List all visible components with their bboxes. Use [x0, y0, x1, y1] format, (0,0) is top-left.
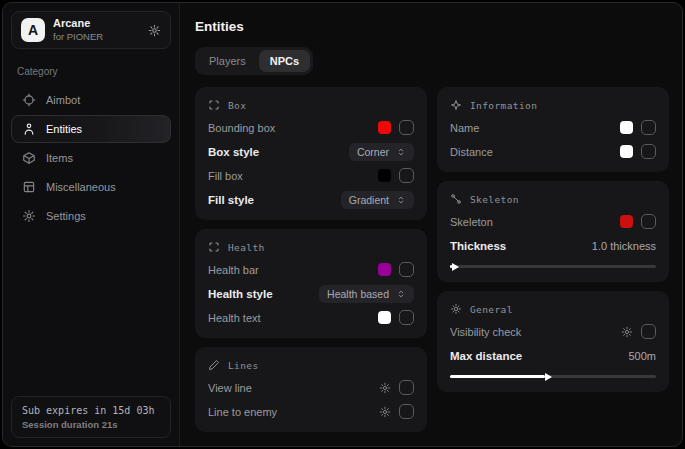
card-health-header: Health: [208, 239, 414, 255]
corner-brackets-icon: [208, 241, 220, 253]
select-value: Gradient: [349, 194, 389, 206]
row-label: Visibility check: [450, 326, 521, 338]
max-distance-value: 500m: [628, 350, 656, 362]
logo-letter: A: [28, 22, 38, 38]
visibility-check-checkbox[interactable]: [641, 324, 656, 339]
brand-text: Arcane for PIONER: [53, 17, 103, 43]
thickness-slider[interactable]: [450, 262, 656, 271]
health-style-select[interactable]: Health based: [319, 285, 414, 303]
skeleton-color-swatch[interactable]: [620, 215, 633, 228]
row-label: Thickness: [450, 240, 506, 252]
grid-icon: [22, 180, 36, 194]
app-name: Arcane: [53, 17, 103, 31]
sidebar-item-label: Miscellaneous: [46, 181, 116, 193]
sidebar-item-settings[interactable]: Settings: [11, 202, 171, 230]
page-title: Entities: [195, 19, 669, 34]
line-to-enemy-row: Line to enemy: [208, 402, 414, 421]
distance-checkbox[interactable]: [641, 144, 656, 159]
health-bar-color-swatch[interactable]: [378, 263, 391, 276]
card-lines: Lines View line Line to enemy: [195, 347, 427, 432]
sun-icon: [450, 303, 462, 315]
sidebar-item-miscellaneous[interactable]: Miscellaneous: [11, 173, 171, 201]
card-box: Box Bounding box Box style Corner: [195, 87, 427, 220]
left-column: Box Bounding box Box style Corner: [195, 87, 427, 432]
unfold-icon: [396, 147, 406, 157]
right-column: Information Name Distance: [437, 87, 669, 392]
tab-npcs[interactable]: NPCs: [259, 50, 310, 72]
row-label: Name: [450, 122, 479, 134]
person-icon: [22, 122, 36, 136]
skeleton-row: Skeleton: [450, 212, 656, 231]
thickness-row: Thickness 1.0 thickness: [450, 236, 656, 255]
card-title: Information: [470, 100, 537, 111]
view-line-checkbox[interactable]: [399, 380, 414, 395]
card-title: Skeleton: [470, 194, 519, 205]
slider-handle[interactable]: [452, 263, 459, 271]
box-style-row: Box style Corner: [208, 142, 414, 161]
max-distance-row: Max distance 500m: [450, 346, 656, 365]
health-text-checkbox[interactable]: [399, 310, 414, 325]
view-line-row: View line: [208, 378, 414, 397]
card-title: Health: [228, 242, 265, 253]
sidebar-item-entities[interactable]: Entities: [11, 115, 171, 143]
cards-columns: Box Bounding box Box style Corner: [195, 87, 669, 432]
card-information: Information Name Distance: [437, 87, 669, 172]
corner-brackets-icon: [208, 99, 220, 111]
skeleton-checkbox[interactable]: [641, 214, 656, 229]
fill-style-row: Fill style Gradient: [208, 190, 414, 209]
sidebar-item-items[interactable]: Items: [11, 144, 171, 172]
fill-box-checkbox[interactable]: [399, 168, 414, 183]
row-label: Distance: [450, 146, 493, 158]
row-label: Bounding box: [208, 122, 275, 134]
sidebar-item-label: Aimbot: [46, 94, 80, 106]
tab-players[interactable]: Players: [198, 50, 257, 72]
max-distance-slider[interactable]: [450, 372, 656, 381]
row-label: Health text: [208, 312, 261, 324]
name-checkbox[interactable]: [641, 120, 656, 135]
health-bar-checkbox[interactable]: [399, 262, 414, 277]
sidebar-item-aimbot[interactable]: Aimbot: [11, 86, 171, 114]
card-title: General: [470, 304, 513, 315]
name-color-swatch[interactable]: [620, 121, 633, 134]
line-to-enemy-checkbox[interactable]: [399, 404, 414, 419]
gear-icon: [22, 209, 36, 223]
card-title: Box: [228, 100, 246, 111]
fill-box-row: Fill box: [208, 166, 414, 185]
fill-style-select[interactable]: Gradient: [341, 191, 414, 209]
select-value: Corner: [357, 146, 389, 158]
crosshair-icon: [22, 93, 36, 107]
fill-box-color-swatch[interactable]: [378, 169, 391, 182]
brand-settings-gear-icon[interactable]: [148, 24, 161, 37]
sparkle-icon: [450, 99, 462, 111]
bounding-box-row: Bounding box: [208, 118, 414, 137]
name-row: Name: [450, 118, 656, 137]
app-subtitle: for PIONER: [53, 31, 103, 43]
line-to-enemy-settings-icon[interactable]: [379, 406, 391, 418]
view-line-settings-icon[interactable]: [379, 382, 391, 394]
card-title: Lines: [228, 360, 259, 371]
bone-icon: [450, 193, 462, 205]
health-bar-row: Health bar: [208, 260, 414, 279]
slider-track: [450, 375, 656, 378]
row-label: Fill style: [208, 194, 254, 206]
card-general: General Visibility check Max distance 50…: [437, 291, 669, 392]
unfold-icon: [396, 195, 406, 205]
sidebar-item-label: Items: [46, 152, 73, 164]
distance-row: Distance: [450, 142, 656, 161]
row-label: Max distance: [450, 350, 522, 362]
card-general-header: General: [450, 301, 656, 317]
row-label: Skeleton: [450, 216, 493, 228]
distance-color-swatch[interactable]: [620, 145, 633, 158]
health-text-color-swatch[interactable]: [378, 311, 391, 324]
visibility-check-row: Visibility check: [450, 322, 656, 341]
sidebar: A Arcane for PIONER Category Aimbot Enti…: [3, 3, 180, 446]
box-style-select[interactable]: Corner: [349, 143, 414, 161]
visibility-check-settings-icon[interactable]: [621, 326, 633, 338]
card-skeleton: Skeleton Skeleton Thickness 1.0 thicknes…: [437, 181, 669, 282]
slider-handle[interactable]: [545, 373, 552, 381]
slider-track: [450, 265, 656, 268]
bounding-box-color-swatch[interactable]: [378, 121, 391, 134]
health-style-row: Health style Health based: [208, 284, 414, 303]
row-label: Health style: [208, 288, 273, 300]
bounding-box-checkbox[interactable]: [399, 120, 414, 135]
